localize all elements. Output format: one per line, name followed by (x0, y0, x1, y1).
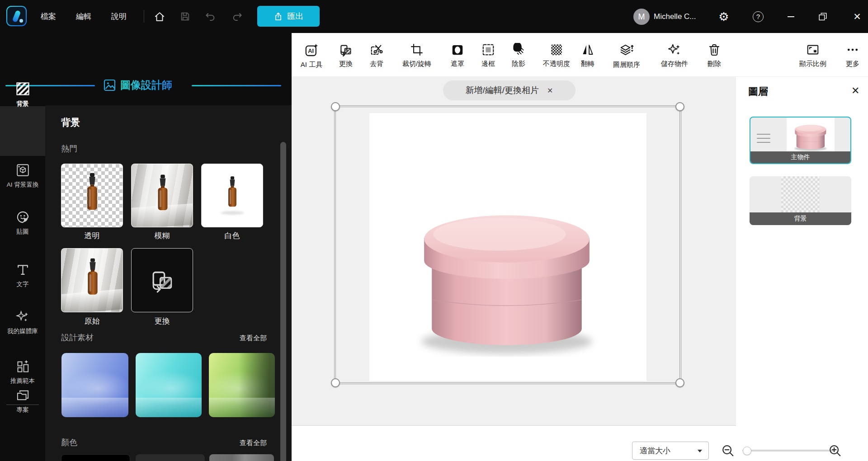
crop-icon (410, 43, 424, 56)
layer-item-main-object[interactable]: 主物件 (750, 117, 851, 164)
selection-handle-top-right[interactable] (675, 102, 684, 111)
sidebar-item-sticker[interactable]: 貼圖 (0, 210, 45, 236)
sidebar-item-background[interactable]: 背景 (0, 81, 45, 108)
sidebar-item-ai-bg-replace[interactable]: AI 背景置換 (0, 163, 45, 189)
canvas-area[interactable]: 新增/編輯/更換相片 ✕ (292, 77, 736, 425)
tool-label: 裁切/旋轉 (402, 60, 431, 68)
home-button[interactable] (152, 9, 167, 24)
zoom-fit-dropdown[interactable]: 適當大小 (632, 442, 709, 460)
materials-see-all-link[interactable]: 查看全部 (240, 334, 267, 343)
trash-icon (708, 43, 721, 56)
tool-delete[interactable]: 刪除 (708, 43, 721, 68)
zoom-in-button[interactable] (828, 444, 842, 460)
menu-help[interactable]: 說明 (111, 0, 127, 33)
app-logo[interactable] (6, 6, 27, 26)
close-button[interactable]: ✕ (849, 9, 865, 24)
bg-option-original[interactable] (61, 248, 123, 312)
tool-opacity[interactable]: 不透明度 (543, 43, 570, 68)
display-ratio-icon (806, 43, 820, 56)
tool-ai-tools[interactable]: AI AI 工具 (301, 43, 322, 69)
layer-drag-handle-line (757, 138, 770, 139)
bg-option-transparent[interactable] (61, 164, 123, 227)
user-name-label: Michelle C... (654, 12, 696, 21)
tool-remove-background[interactable]: 去背 (370, 43, 383, 68)
bg-option-blur[interactable] (131, 164, 193, 227)
tool-shadow[interactable]: 陰影 (512, 43, 525, 68)
avatar[interactable]: M (633, 9, 650, 25)
material-teal[interactable] (136, 353, 202, 417)
menu-edit-label: 編輯 (76, 11, 91, 22)
background-icon (15, 81, 30, 96)
zoom-slider-knob[interactable] (743, 447, 751, 455)
sidebar-item-label: AI 背景置換 (7, 181, 39, 189)
layer-drag-handle[interactable] (757, 134, 770, 135)
selection-box[interactable] (335, 107, 680, 383)
menu-divider (144, 10, 144, 23)
menu-help-label: 說明 (111, 11, 127, 22)
colors-see-all-link[interactable]: 查看全部 (240, 439, 267, 447)
tool-mask[interactable]: 遮罩 (451, 43, 464, 68)
more-dots-icon (846, 43, 859, 56)
tool-label: 翻轉 (581, 60, 594, 68)
sidebar-item-media-library[interactable]: 我的媒體庫 (0, 310, 45, 335)
sidebar-item-label: 文字 (17, 280, 29, 288)
bg-option-label: 模糊 (131, 230, 193, 241)
tool-more[interactable]: 更多 (846, 43, 859, 68)
replace-icon (339, 43, 353, 56)
color-swatch-black[interactable] (61, 454, 130, 461)
floor (209, 398, 275, 417)
tool-save-object[interactable]: 儲存物件 (661, 43, 688, 68)
tool-border[interactable]: 邊框 (481, 43, 495, 68)
material-green[interactable] (209, 353, 275, 417)
replace-icon (150, 268, 175, 293)
export-button[interactable]: 匯出 (257, 6, 320, 27)
selection-handle-top-left[interactable] (331, 102, 340, 111)
save-button[interactable] (177, 9, 193, 24)
ai-bg-replace-icon (16, 163, 30, 177)
color-swatch-gray[interactable] (209, 454, 274, 461)
bg-option-label: 更換 (131, 316, 193, 326)
zoom-out-button[interactable] (721, 444, 735, 460)
layer-thumbnail (787, 118, 835, 152)
sidebar-item-templates[interactable]: 推薦範本 (0, 358, 45, 385)
menu-file[interactable]: 檔案 (41, 0, 56, 33)
settings-gear-icon[interactable]: ⚙ (716, 9, 731, 24)
user-name[interactable]: Michelle C... (654, 0, 696, 33)
sidebar-item-projects[interactable]: 專案 (0, 388, 45, 414)
shadow-icon (512, 43, 525, 56)
tool-label: 遮罩 (451, 60, 464, 68)
tool-crop-rotate[interactable]: 裁切/旋轉 (402, 43, 431, 68)
tool-replace[interactable]: 更換 (339, 43, 353, 68)
bottom-bar: 適當大小 (292, 426, 868, 461)
menu-edit[interactable]: 編輯 (76, 0, 91, 33)
tool-label: 去背 (370, 60, 383, 68)
sidebar-item-text[interactable]: 文字 (0, 263, 45, 288)
minimize-button[interactable] (783, 9, 798, 24)
tool-display-ratio[interactable]: 顯示比例 (799, 43, 826, 68)
panel-scrollbar[interactable] (280, 142, 286, 461)
sticker-icon (16, 210, 30, 224)
bg-option-white[interactable] (201, 164, 263, 227)
left-column: 圖像設計師 背景 AI 背景置換 貼圖 (0, 33, 292, 461)
redo-button[interactable] (230, 9, 245, 24)
color-swatch-charcoal[interactable] (136, 454, 205, 461)
material-blue[interactable] (61, 353, 128, 417)
tool-flip[interactable]: 翻轉 (581, 43, 594, 68)
opacity-icon (550, 43, 563, 56)
tool-label: AI 工具 (301, 61, 322, 69)
tool-layer-order[interactable]: 圖層順序 (613, 43, 640, 69)
bg-option-change[interactable] (131, 248, 193, 312)
zoom-slider-track[interactable] (742, 450, 834, 452)
layers-close-icon[interactable]: ✕ (851, 85, 859, 97)
restore-button[interactable] (815, 9, 830, 24)
tool-label: 更換 (339, 60, 353, 68)
undo-button[interactable] (203, 9, 218, 24)
layer-item-background[interactable]: 背景 (750, 176, 851, 225)
selection-handle-bottom-right[interactable] (675, 378, 684, 387)
help-icon[interactable]: ? (750, 9, 766, 24)
mask-icon (451, 43, 464, 56)
selection-handle-bottom-left[interactable] (331, 378, 340, 387)
border-icon (481, 43, 495, 56)
app-window: 檔案 編輯 說明 匯出 M Michelle C... ⚙ ? ✕ (0, 0, 868, 461)
tooltip-close-icon[interactable]: ✕ (547, 86, 553, 95)
